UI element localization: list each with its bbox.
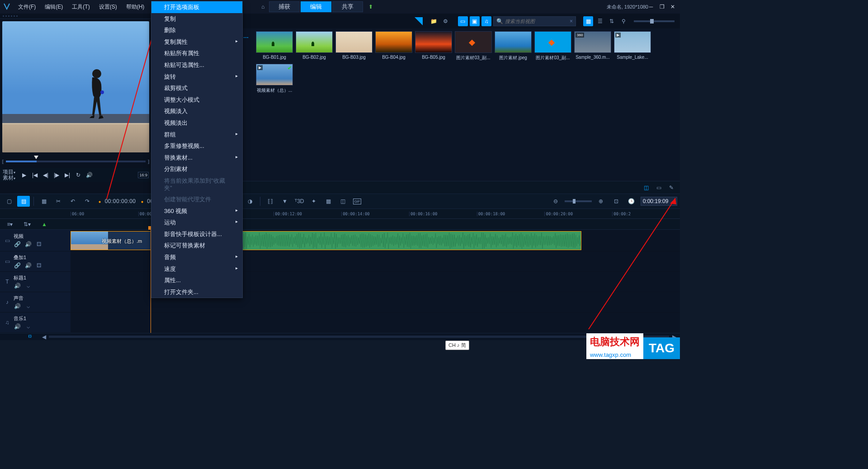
menu-tools[interactable]: 工具(T) bbox=[67, 0, 94, 14]
preview-viewport[interactable] bbox=[2, 21, 149, 152]
play-button[interactable]: ▶ bbox=[20, 171, 28, 179]
menu-file[interactable]: 文件(F) bbox=[14, 0, 40, 14]
track-opt-icon[interactable]: ⇅▾ bbox=[21, 219, 33, 230]
tool-mask[interactable]: ◑ bbox=[244, 196, 256, 207]
next-frame-button[interactable]: |▶ bbox=[52, 171, 61, 179]
thumb-9[interactable]: ▶Sample_Lake... bbox=[614, 31, 651, 61]
lock-icon[interactable]: ⚃ bbox=[35, 262, 42, 269]
video-clip[interactable]: 视频素材（总）.m bbox=[71, 231, 581, 250]
thumb-3[interactable]: BG-B04.jpg bbox=[375, 31, 412, 61]
ctx-5[interactable]: 粘贴可选属性... bbox=[151, 59, 242, 71]
thumb-size-slider[interactable] bbox=[634, 20, 675, 22]
video-icon[interactable]: ▭ bbox=[4, 258, 11, 265]
settings-icon[interactable]: ⚲ bbox=[618, 16, 628, 26]
clock-icon[interactable]: 🕒 bbox=[625, 196, 638, 207]
track-body-music[interactable] bbox=[71, 313, 680, 332]
track-head-video[interactable]: ▭视频🔗🔊⚃ bbox=[0, 230, 71, 251]
zoom-in-icon[interactable]: ⊕ bbox=[594, 196, 607, 207]
timecode-display[interactable]: 0:00:19:09 ▴▾ bbox=[641, 197, 677, 206]
tab-edit[interactable]: 编辑 bbox=[301, 1, 331, 12]
ctx-13[interactable]: 替换素材... bbox=[151, 152, 242, 164]
clear-search-icon[interactable]: × bbox=[570, 18, 573, 24]
sort-icon[interactable]: ⇅ bbox=[607, 16, 617, 26]
track-head-overlay[interactable]: ▭叠加1🔗🔊⚃ bbox=[0, 251, 71, 271]
goto-start-button[interactable]: |◀ bbox=[31, 171, 39, 179]
lock-icon[interactable]: ⚃ bbox=[35, 241, 42, 248]
fit-icon[interactable]: ⊡ bbox=[610, 196, 623, 207]
search-box[interactable]: 🔍 × bbox=[493, 16, 576, 26]
video-icon[interactable]: ▭ bbox=[4, 237, 11, 244]
tool-3dtitle[interactable]: T3D bbox=[293, 196, 306, 207]
ctx-0[interactable]: 打开选项面板 bbox=[151, 1, 242, 13]
scroll-left-icon[interactable]: ◀ bbox=[41, 334, 47, 340]
ctx-21[interactable]: 音频 bbox=[151, 251, 242, 263]
ctx-11[interactable]: 群组 bbox=[151, 129, 242, 141]
tool-split[interactable]: ⟦⟧ bbox=[264, 196, 277, 207]
mute-icon[interactable]: 🔊 bbox=[24, 241, 32, 248]
undo-icon[interactable]: ↶ bbox=[66, 196, 79, 207]
tool-chapter[interactable]: ▦ bbox=[322, 196, 335, 207]
ctx-9[interactable]: 视频淡入 bbox=[151, 105, 242, 117]
timeline-view-icon[interactable]: ▤ bbox=[17, 196, 30, 207]
title-icon[interactable]: T bbox=[4, 278, 11, 285]
ctx-1[interactable]: 复制 bbox=[151, 13, 242, 25]
tool-variate[interactable]: ✦ bbox=[307, 196, 320, 207]
thumb-7[interactable]: ❖图片素材03_副... bbox=[534, 31, 571, 61]
ctx-8[interactable]: 调整大小模式 bbox=[151, 94, 242, 106]
redo-icon[interactable]: ↷ bbox=[81, 196, 94, 207]
upload-icon[interactable]: ⬆ bbox=[364, 4, 373, 10]
filter-image-icon[interactable]: ▣ bbox=[470, 16, 480, 26]
menu-edit[interactable]: 编辑(E) bbox=[40, 0, 67, 14]
mute-icon[interactable]: 🔊 bbox=[24, 262, 32, 269]
thumb-6[interactable]: 图片素材.jpeg bbox=[495, 31, 532, 61]
ctx-23[interactable]: 属性... bbox=[151, 275, 242, 286]
minimize-button[interactable]: ─ bbox=[647, 3, 655, 10]
single-view-icon[interactable]: ▭ bbox=[654, 183, 664, 193]
track-add-icon[interactable]: ▲ bbox=[38, 219, 51, 230]
expand-icon[interactable]: ⌵ bbox=[24, 323, 32, 330]
menu-help[interactable]: 帮助(H) bbox=[122, 0, 149, 14]
ctx-20[interactable]: 标记可替换素材 bbox=[151, 240, 242, 251]
dual-view-icon[interactable]: ◫ bbox=[641, 183, 651, 193]
cut-icon[interactable]: ✂ bbox=[52, 196, 65, 207]
ctx-19[interactable]: 影音快手模板设计器... bbox=[151, 228, 242, 240]
capture-icon[interactable]: ⚙ bbox=[441, 16, 451, 26]
track-head-title[interactable]: T标题1🔊⌵ bbox=[0, 272, 71, 292]
view-list-icon[interactable]: ☰ bbox=[595, 16, 605, 26]
ctx-12[interactable]: 多重修整视频... bbox=[151, 140, 242, 152]
import-folder-icon[interactable]: 📁 bbox=[429, 16, 439, 26]
tool-subtitles[interactable]: ◫ bbox=[336, 196, 349, 207]
mute-icon[interactable]: 🔊 bbox=[14, 323, 21, 330]
ctx-10[interactable]: 视频淡出 bbox=[151, 117, 242, 129]
zoom-out-icon[interactable]: ⊖ bbox=[549, 196, 562, 207]
ctx-2[interactable]: 删除 bbox=[151, 24, 242, 36]
track-head-music[interactable]: ♫音乐1🔊⌵ bbox=[0, 313, 71, 332]
goto-end-button[interactable]: ▶| bbox=[63, 171, 71, 179]
ctx-18[interactable]: 运动 bbox=[151, 217, 242, 228]
link-icon[interactable]: 🔗 bbox=[14, 241, 21, 248]
tracks-menu-icon[interactable]: ≡▾ bbox=[4, 219, 16, 230]
tab-capture[interactable]: 捕获 bbox=[269, 1, 300, 12]
prev-frame-button[interactable]: ◀| bbox=[42, 171, 50, 179]
tab-share[interactable]: 共享 bbox=[332, 1, 363, 12]
ctx-14[interactable]: 分割素材 bbox=[151, 163, 242, 175]
thumb-5[interactable]: ❖图片素材03_副... bbox=[455, 31, 492, 61]
expand-icon[interactable]: ⌵ bbox=[24, 303, 32, 310]
ctx-3[interactable]: 复制属性 bbox=[151, 36, 242, 48]
thumb-8[interactable]: 360Sample_360.m... bbox=[574, 31, 611, 61]
tool-gif[interactable]: GIF bbox=[351, 196, 363, 207]
thumb-0[interactable]: BG-B01.jpg bbox=[256, 31, 293, 61]
track-head-voice[interactable]: ♪声音🔊⌵ bbox=[0, 292, 71, 312]
storyboard-view-icon[interactable]: ▢ bbox=[3, 196, 15, 207]
close-button[interactable]: ✕ bbox=[669, 3, 676, 10]
home-icon[interactable]: ⌂ bbox=[258, 2, 268, 12]
expand-icon[interactable]: ⌵ bbox=[24, 282, 32, 289]
ctx-24[interactable]: 打开文件夹... bbox=[151, 286, 242, 298]
ctx-17[interactable]: 360 视频 bbox=[151, 205, 242, 217]
search-input[interactable] bbox=[505, 19, 568, 24]
volume-button[interactable]: 🔊 bbox=[85, 171, 93, 179]
loop-button[interactable]: ↻ bbox=[74, 171, 82, 179]
music-icon[interactable]: ♫ bbox=[4, 319, 11, 326]
menu-settings[interactable]: 设置(S) bbox=[94, 0, 122, 14]
ctx-4[interactable]: 粘贴所有属性 bbox=[151, 47, 242, 59]
